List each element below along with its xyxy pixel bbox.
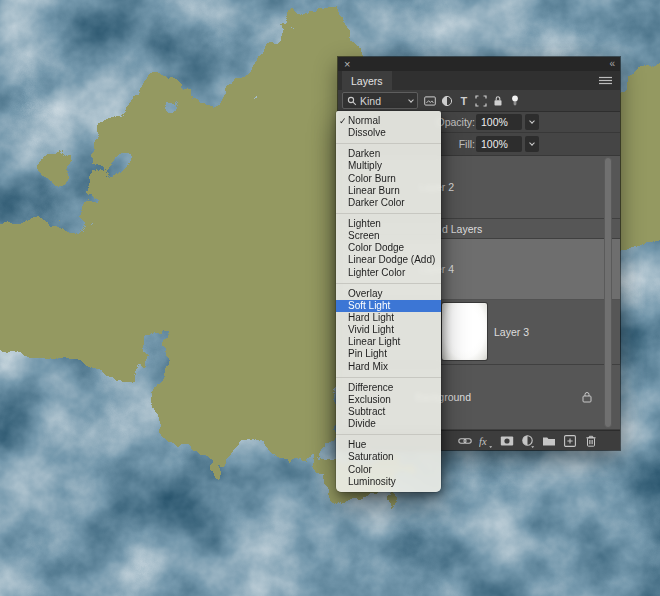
menu-item-color-dodge[interactable]: Color Dodge — [336, 242, 441, 254]
menu-item-linear-dodge-add-[interactable]: Linear Dodge (Add) — [336, 254, 441, 266]
menu-separator — [336, 213, 441, 214]
kind-filter-dropdown[interactable]: Kind — [342, 92, 418, 109]
menu-separator — [336, 283, 441, 284]
blend-mode-menu: ✓ Normal Dissolve Darken Multiply Color … — [336, 111, 441, 492]
hamburger-icon[interactable] — [599, 76, 612, 85]
filter-bar: Kind T — [338, 90, 620, 112]
collapse-panel-icon[interactable]: « — [609, 59, 614, 69]
link-layers-icon[interactable] — [458, 434, 472, 448]
shape-layers-filter-icon[interactable] — [475, 95, 487, 107]
fill-label: Fill: — [459, 138, 475, 150]
menu-item-lighten[interactable]: Lighten — [336, 218, 441, 230]
filtering-toggle-icon[interactable] — [509, 95, 521, 107]
scrollbar-thumb[interactable] — [604, 157, 612, 428]
menu-item-lighter-color[interactable]: Lighter Color — [336, 267, 441, 279]
menu-item-color-burn[interactable]: Color Burn — [336, 173, 441, 185]
delete-layer-icon[interactable] — [584, 434, 598, 448]
pixel-layers-filter-icon[interactable] — [424, 95, 436, 107]
menu-item-divide[interactable]: Divide — [336, 418, 441, 430]
menu-item-soft-light[interactable]: Soft Light — [336, 300, 441, 312]
menu-item-dissolve[interactable]: Dissolve — [336, 127, 441, 139]
menu-item-difference[interactable]: Difference — [336, 382, 441, 394]
layer-name: Layer 3 — [494, 326, 529, 338]
menu-separator — [336, 377, 441, 378]
menu-item-multiply[interactable]: Multiply — [336, 160, 441, 172]
panel-titlebar: × « — [338, 57, 620, 71]
filter-type-icons: T — [424, 95, 521, 107]
menu-item-linear-burn[interactable]: Linear Burn — [336, 185, 441, 197]
menu-item-pin-light[interactable]: Pin Light — [336, 348, 441, 360]
checkmark-icon: ✓ — [339, 115, 347, 127]
opacity-label: Opacity: — [436, 116, 475, 128]
menu-item-subtract[interactable]: Subtract — [336, 406, 441, 418]
smart-object-filter-icon[interactable] — [492, 95, 504, 107]
close-icon[interactable]: × — [344, 59, 350, 70]
new-group-icon[interactable] — [542, 434, 556, 448]
menu-separator — [336, 143, 441, 144]
fill-dropdown-button[interactable] — [525, 136, 539, 152]
menu-item-vivid-light[interactable]: Vivid Light — [336, 324, 441, 336]
menu-item-hue[interactable]: Hue — [336, 439, 441, 451]
menu-item-linear-light[interactable]: Linear Light — [336, 336, 441, 348]
svg-text:T: T — [460, 95, 467, 107]
opacity-dropdown-button[interactable] — [525, 114, 539, 130]
svg-text:fx: fx — [479, 435, 487, 446]
menu-item-exclusion[interactable]: Exclusion — [336, 394, 441, 406]
menu-item-hard-mix[interactable]: Hard Mix — [336, 361, 441, 373]
menu-item-screen[interactable]: Screen — [336, 230, 441, 242]
adjustment-layers-filter-icon[interactable] — [441, 95, 453, 107]
menu-item-luminosity[interactable]: Luminosity — [336, 476, 441, 488]
photoshop-canvas: × « Layers Kind — [0, 0, 660, 596]
new-layer-icon[interactable] — [563, 434, 577, 448]
layer-style-fx-icon[interactable]: fx — [479, 434, 493, 448]
new-adjustment-layer-icon[interactable] — [521, 434, 535, 448]
menu-item-saturation[interactable]: Saturation — [336, 451, 441, 463]
menu-item-darken[interactable]: Darken — [336, 148, 441, 160]
tab-layers[interactable]: Layers — [342, 71, 392, 90]
layer-name: d Layers — [442, 223, 482, 235]
chevron-down-icon — [529, 118, 535, 124]
type-layers-filter-icon[interactable]: T — [458, 95, 470, 107]
menu-item-darker-color[interactable]: Darker Color — [336, 197, 441, 209]
menu-separator — [336, 434, 441, 435]
opacity-value-field[interactable]: 100% — [476, 114, 522, 130]
menu-item-hard-light[interactable]: Hard Light — [336, 312, 441, 324]
search-icon — [347, 96, 357, 106]
kind-filter-label: Kind — [360, 95, 381, 107]
layer-mask-thumbnail[interactable] — [442, 303, 487, 360]
lock-icon[interactable] — [582, 391, 592, 403]
menu-item-normal[interactable]: ✓ Normal — [336, 115, 441, 127]
fill-value-field[interactable]: 100% — [476, 136, 522, 152]
menu-item-color[interactable]: Color — [336, 464, 441, 476]
chevron-down-icon — [408, 97, 414, 103]
panel-tabbar: Layers — [338, 71, 620, 90]
menu-item-overlay[interactable]: Overlay — [336, 288, 441, 300]
chevron-down-icon — [529, 140, 535, 146]
add-layer-mask-icon[interactable] — [500, 434, 514, 448]
